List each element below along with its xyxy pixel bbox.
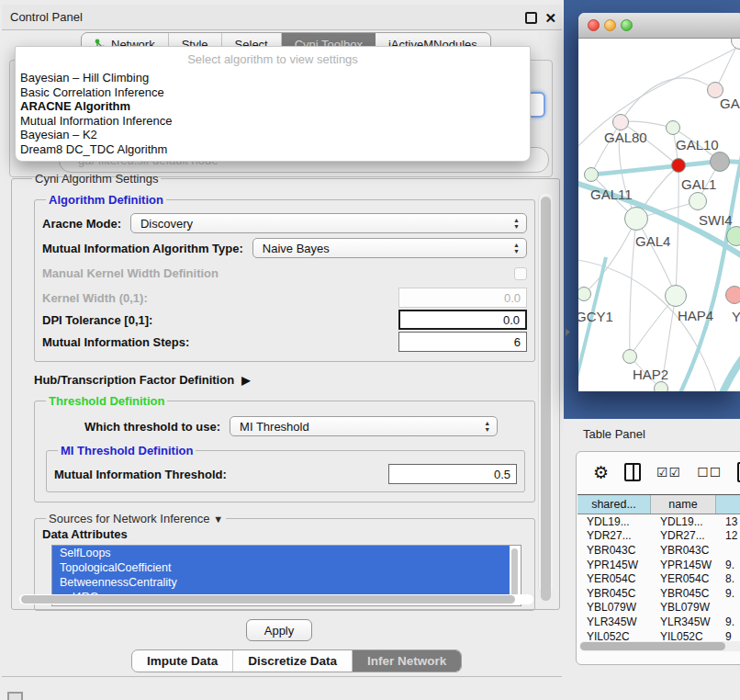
stepper-arrows-icon: ▲▼	[513, 242, 520, 254]
manual-kernel-checkbox[interactable]	[514, 267, 527, 280]
network-node-gal11[interactable]	[584, 167, 599, 182]
control-panel-title: Control Panel	[2, 10, 83, 24]
table-cell: YDL19...	[577, 514, 651, 529]
node-label: Y	[732, 309, 740, 324]
sources-legend[interactable]: Sources for Network Inference ▼	[46, 512, 226, 525]
float-window-icon[interactable]	[525, 12, 537, 24]
settings-horizontal-scrollbar[interactable]	[19, 594, 533, 604]
hub-definition-toggle[interactable]: Hub/Transcription Factor Definition ▶	[34, 373, 535, 387]
dpi-tolerance-field[interactable]: 0.0	[398, 310, 527, 330]
zoom-traffic-light[interactable]	[621, 19, 633, 31]
mouse-cursor	[566, 329, 570, 336]
settings-vertical-scrollbar[interactable]	[538, 193, 553, 594]
gear-icon[interactable]: ⚙	[593, 462, 609, 483]
apply-button-label: Apply	[264, 624, 295, 638]
close-traffic-light[interactable]	[588, 19, 600, 31]
node-label: GAL11	[590, 186, 633, 202]
chevron-right-icon: ▶	[241, 374, 250, 387]
table-cell: YDR27...	[577, 529, 651, 544]
dpi-tolerance-value: 0.0	[503, 313, 520, 327]
table-row[interactable]: YBR043CYBR043C	[577, 543, 740, 558]
data-attribute-item[interactable]: SelfLoops	[52, 546, 510, 560]
table-panel-region: Table Panel ⚙ ☑☑ ☐☐ shared...nameA YDL19…	[564, 419, 740, 700]
table-cell: YER054C	[577, 571, 651, 586]
table-row[interactable]: YDR27...YDR27...12	[577, 529, 740, 544]
algorithm-option[interactable]: ARACNE Algorithm	[16, 99, 530, 114]
data-attribute-item[interactable]: TopologicalCoefficient	[52, 560, 510, 575]
table-cell: YBL079W	[651, 601, 716, 615]
mi-type-combo[interactable]: Naive Bayes ▲▼	[252, 238, 527, 258]
kernel-width-label: Kernel Width (0,1):	[42, 291, 148, 305]
threshold-definition-legend: Threshold Definition	[46, 394, 167, 408]
algorithm-option[interactable]: Basic Correlation Inference	[16, 85, 530, 100]
threshold-definition-group: Threshold Definition Which threshold to …	[34, 394, 535, 502]
network-node[interactable]	[671, 158, 686, 173]
network-node-gal4[interactable]	[624, 207, 648, 231]
mi-threshold-field[interactable]: 0.5	[388, 464, 517, 484]
algorithm-option[interactable]: Mutual Information Inference	[16, 114, 530, 129]
network-window-titlebar[interactable]	[578, 13, 740, 39]
node-label: SWI4	[699, 212, 733, 228]
tab-discretize-data[interactable]: Discretize Data	[233, 650, 353, 672]
column-header[interactable]: A	[716, 495, 740, 514]
node-label: GAL4	[635, 233, 670, 249]
table-cell: 8.	[716, 571, 740, 586]
kernel-width-field[interactable]: 0.0	[398, 288, 527, 308]
close-icon[interactable]: ✕	[544, 12, 556, 24]
network-node-y[interactable]	[725, 286, 740, 304]
table-row[interactable]: YLR345WYLR345W9.	[577, 615, 740, 629]
network-node-swi4[interactable]	[726, 226, 740, 246]
network-node[interactable]	[654, 381, 668, 391]
which-threshold-combo[interactable]: MI Threshold ▲▼	[230, 416, 498, 436]
tab-impute-data[interactable]: Impute Data	[132, 650, 233, 672]
mi-threshold-value: 0.5	[494, 468, 510, 481]
network-node-gal80[interactable]	[612, 114, 629, 130]
mi-threshold-legend: MI Threshold Definition	[58, 444, 196, 457]
cyni-bottom-tabbar: Impute DataDiscretize DataInfer Network	[131, 649, 462, 672]
table-cell: YDR27...	[651, 529, 716, 544]
table-hscrollbar-thumb[interactable]	[580, 642, 725, 650]
control-panel-titlebar: Control Panel ✕	[2, 5, 562, 30]
desktop-background: GALGAL80GAL10GAL1GAL11GAL4SWI4GCY1HAP4YH…	[564, 0, 740, 419]
aracne-mode-combo[interactable]: Discovery ▲▼	[130, 213, 527, 233]
algorithm-option[interactable]: Bayesian – Hill Climbing	[16, 71, 530, 85]
table-row[interactable]: YDL19...YDL19...13	[577, 514, 740, 529]
unchecked-pair-icon[interactable]: ☐☐	[697, 465, 722, 480]
checked-pair-icon[interactable]: ☑☑	[656, 465, 681, 480]
network-node[interactable]	[710, 152, 730, 172]
network-node-gal10[interactable]	[666, 120, 680, 135]
network-node-gal1[interactable]	[689, 192, 707, 210]
algorithm-definition-legend: Algorithm Definition	[46, 193, 166, 207]
tab-infer-network[interactable]: Infer Network	[353, 650, 461, 672]
algorithm-dropdown-placeholder: Select algorithm to view settings	[16, 47, 530, 71]
table-row[interactable]: YBL079WYBL079W	[577, 601, 740, 615]
apply-button[interactable]: Apply	[246, 619, 312, 641]
network-node-hap4[interactable]	[665, 285, 687, 307]
network-node-hap2[interactable]	[622, 349, 637, 364]
table-horizontal-scrollbar[interactable]	[579, 641, 740, 651]
minimize-traffic-light[interactable]	[604, 19, 616, 31]
mi-steps-field[interactable]: 6	[398, 332, 527, 352]
stepper-arrows-icon: ▲▼	[484, 420, 490, 433]
table-row[interactable]: YBR045CYBR045C9.	[577, 586, 740, 601]
table-row[interactable]: YPR145WYPR145W9.	[577, 558, 740, 572]
data-attribute-item[interactable]: BetweennessCentrality	[52, 575, 510, 590]
list-scrollbar-thumb[interactable]	[511, 548, 518, 600]
algorithm-option[interactable]: Bayesian – K2	[16, 128, 530, 142]
node-label: HAP2	[633, 367, 668, 382]
settings-hscrollbar-thumb[interactable]	[21, 595, 515, 604]
table-row[interactable]: YER054CYER054C8.	[577, 571, 740, 586]
table-cell	[716, 543, 740, 558]
column-header[interactable]: shared...	[577, 495, 651, 514]
algorithm-option[interactable]: Dream8 DC_TDC Algorithm	[16, 142, 530, 157]
network-canvas[interactable]: GALGAL80GAL10GAL1GAL11GAL4SWI4GCY1HAP4YH…	[578, 39, 740, 391]
columns-icon[interactable]	[624, 463, 641, 481]
settings-scrollbar-thumb[interactable]	[541, 197, 551, 601]
node-label: HAP4	[678, 308, 713, 323]
collapsed-panel-icon[interactable]	[7, 692, 23, 700]
table-cell: YDL19...	[651, 514, 716, 529]
node-label: GCY1	[578, 309, 613, 324]
column-header[interactable]: name	[651, 495, 716, 514]
table-cell: 13	[716, 514, 740, 529]
mi-type-value: Naive Bayes	[263, 242, 330, 255]
